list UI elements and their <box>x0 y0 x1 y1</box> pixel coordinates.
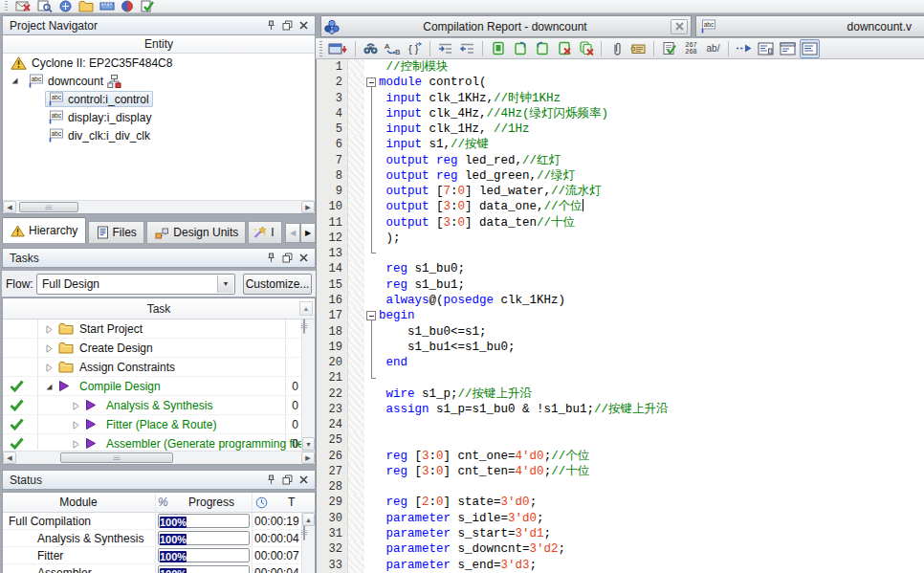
task-row[interactable]: Compile Design0 <box>3 377 315 396</box>
tab-design-units[interactable]: Design Units <box>146 221 246 243</box>
pin-icon[interactable] <box>264 474 278 487</box>
analyze-document-button[interactable] <box>659 39 679 58</box>
scrollbar-thumb[interactable] <box>303 525 305 540</box>
entity-tree-item[interactable]: abcdiv_clk:i_div_clk <box>3 126 315 144</box>
task-row[interactable]: Assembler (Generate programming files)0 <box>3 434 315 451</box>
previous-bookmark-button[interactable] <box>532 39 552 58</box>
entity-tree-item[interactable]: abccontrol:i_control <box>3 90 315 108</box>
progress-column-header[interactable]: Progress <box>173 493 250 513</box>
flow-select[interactable]: Full Design ▼ <box>36 274 235 295</box>
tab-scroll-right-icon[interactable]: ▶ <box>300 223 316 243</box>
match-brace-button[interactable]: { } <box>405 39 425 58</box>
full-view-button[interactable] <box>800 39 820 58</box>
tasks-hscrollbar[interactable]: ◀ ▶ <box>3 451 315 464</box>
tab-files[interactable]: Files <box>88 221 145 243</box>
compile-icon[interactable] <box>121 0 134 12</box>
find-button[interactable] <box>361 39 381 58</box>
indent-button[interactable] <box>435 39 455 58</box>
customize-button[interactable]: Customize... <box>243 274 312 295</box>
task-row[interactable]: Create Design <box>3 339 315 358</box>
time-column-header[interactable]: T <box>288 493 295 513</box>
module-column-header[interactable]: Module <box>3 493 154 513</box>
pin-icon[interactable] <box>264 19 278 33</box>
status-vscrollbar[interactable]: ▲ <box>301 513 315 573</box>
pin-icon[interactable] <box>264 252 278 265</box>
close-icon[interactable] <box>297 474 311 487</box>
search-icon[interactable] <box>37 0 53 12</box>
editor-margin <box>347 432 364 448</box>
code-fold-toggle[interactable] <box>364 75 379 90</box>
scrollbar-thumb[interactable] <box>19 202 78 212</box>
float-icon[interactable] <box>280 474 295 487</box>
expander-icon[interactable] <box>45 325 54 334</box>
check-document-icon[interactable] <box>140 0 154 12</box>
editor-window-titlebar[interactable]: abc downcount.v <box>695 15 924 37</box>
line-number-toggle-button[interactable]: 267268 <box>681 39 701 58</box>
report-icon[interactable] <box>58 0 73 12</box>
task-row[interactable]: Start Project <box>3 320 315 339</box>
entity-column-header[interactable]: Entity <box>3 35 315 54</box>
chevron-down-icon[interactable]: ▼ <box>217 275 233 293</box>
split-window-button[interactable] <box>756 39 776 58</box>
mail-icon[interactable] <box>15 0 32 12</box>
tab-scroll-left-icon[interactable]: ◀ <box>285 223 300 243</box>
task-row[interactable]: Analysis & Synthesis0 <box>3 396 315 415</box>
new-window-button[interactable] <box>778 39 798 58</box>
scrollbar-thumb[interactable] <box>303 319 305 334</box>
code-line: 23 assign s1_p=s1_bu0 & !s1_bu1;//按键上升沿 <box>317 402 924 417</box>
folder-icon[interactable] <box>78 0 94 12</box>
settings-icon[interactable] <box>99 0 115 12</box>
toolbar-drag-handle[interactable] <box>5 1 8 12</box>
close-icon[interactable] <box>297 19 311 33</box>
scroll-left-icon[interactable]: ◀ <box>3 452 16 464</box>
entity-hscrollbar[interactable]: ◀ ▶ <box>3 200 315 213</box>
expander-icon[interactable] <box>45 364 54 372</box>
task-column-header[interactable]: Task ▲ <box>3 298 315 320</box>
tasks-vscrollbar[interactable]: ▼ <box>301 320 315 451</box>
editor-settings-button[interactable] <box>327 39 350 58</box>
entity-label: display:i_display <box>68 111 151 124</box>
expander-icon[interactable] <box>72 402 80 410</box>
replace-button[interactable]: AB <box>383 39 403 58</box>
delete-all-bookmarks-button[interactable] <box>576 39 596 58</box>
entity-tree-item[interactable]: abcdowncount <box>3 72 315 90</box>
float-icon[interactable] <box>280 252 295 265</box>
tab-hierarchy[interactable]: Hierarchy <box>2 217 86 243</box>
comment-toggle-button[interactable]: ab/ <box>703 39 723 58</box>
tab-ip-catalog[interactable]: I <box>248 221 282 243</box>
next-bookmark-button[interactable] <box>510 39 530 58</box>
outdent-button[interactable] <box>457 39 477 58</box>
entity-tree-item[interactable]: abcdisplay:i_display <box>3 108 315 126</box>
task-row[interactable]: Fitter (Place & Route)0 <box>3 415 315 434</box>
float-icon[interactable] <box>280 19 295 33</box>
entity-tree-item[interactable]: Cyclone II: EP2C35F484C8 <box>3 54 315 72</box>
delete-bookmark-button[interactable] <box>554 39 574 58</box>
selected-entity[interactable]: abccontrol:i_control <box>45 91 153 107</box>
attach-button[interactable] <box>606 39 627 58</box>
scroll-down-icon[interactable]: ▼ <box>302 437 315 451</box>
task-label: Analysis & Synthesis <box>106 399 212 412</box>
toolbar-drag-handle[interactable] <box>319 41 322 56</box>
expander-icon[interactable] <box>45 344 54 353</box>
status-column-headers[interactable]: Module % Progress T <box>3 493 315 513</box>
expander-open-icon[interactable] <box>45 383 54 391</box>
scroll-right-icon[interactable]: ▶ <box>301 452 315 464</box>
close-icon[interactable] <box>671 19 688 34</box>
expander-icon[interactable] <box>72 440 80 449</box>
expander-open-icon[interactable] <box>11 77 19 85</box>
compilation-report-titlebar[interactable]: Compilation Report - downcount <box>320 15 692 37</box>
expander-icon[interactable] <box>72 421 80 430</box>
code-editor[interactable]: 1 //控制模块2module control(3 input clk_1KHz… <box>316 59 924 573</box>
scroll-up-icon[interactable]: ▲ <box>302 513 315 526</box>
scroll-up-icon[interactable]: ▲ <box>299 301 313 316</box>
scroll-right-icon[interactable]: ▶ <box>301 201 315 213</box>
task-row[interactable]: Assign Constraints <box>3 358 315 377</box>
abc-entity-icon: abc <box>47 92 63 106</box>
scrollbar-thumb[interactable] <box>60 452 173 463</box>
toggle-bookmark-button[interactable] <box>488 39 508 58</box>
code-fold-toggle[interactable] <box>364 308 379 323</box>
template-button[interactable] <box>628 39 649 58</box>
close-icon[interactable] <box>297 252 311 265</box>
goto-button[interactable] <box>734 39 754 58</box>
scroll-left-icon[interactable]: ◀ <box>3 201 16 213</box>
